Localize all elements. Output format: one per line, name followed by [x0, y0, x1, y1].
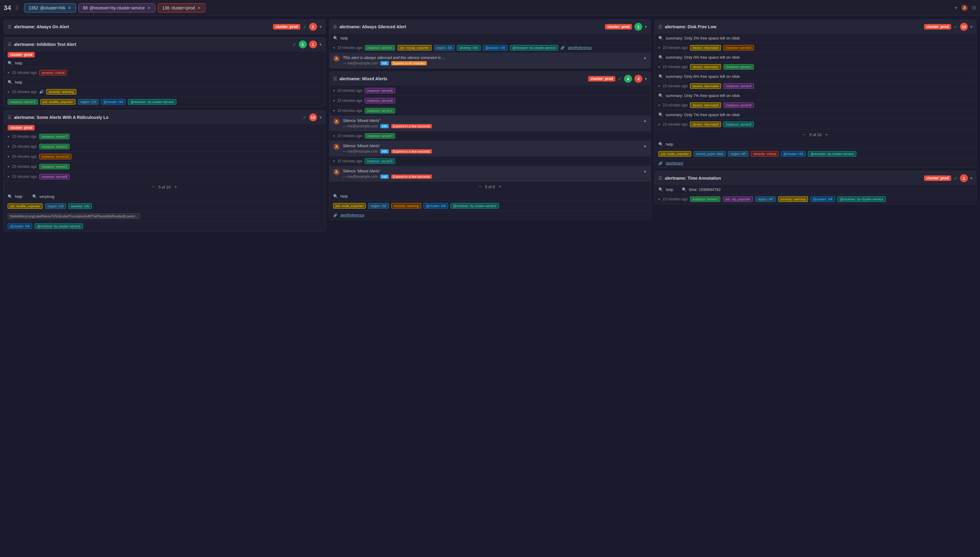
bell-slash-icon[interactable]: 🔕 — [961, 5, 968, 11]
chevron-time[interactable]: ▾ — [970, 176, 972, 181]
magnify-some-2[interactable]: 🔍 — [32, 194, 37, 199]
silence-bell-m3: 🔕 — [333, 169, 340, 176]
magnify-silenced[interactable]: 🔍 — [333, 36, 338, 41]
page-next-some[interactable]: + — [174, 184, 177, 190]
page-next-mixed[interactable]: + — [499, 184, 501, 189]
silence-user-m1: — me@example.com — [343, 124, 378, 128]
tag-job-textfile: job: textfile_exporter — [41, 99, 75, 104]
magnify-some-1[interactable]: 🔍 — [8, 194, 13, 199]
chevron-always-on[interactable]: ▾ — [320, 24, 322, 29]
check-icon-inhibition[interactable]: ✓ — [293, 42, 296, 47]
check-mixed[interactable]: ✓ — [618, 76, 622, 82]
group-some-alerts: ☰ alertname: Some Alerts With A Ridiculo… — [4, 110, 325, 231]
check-icon[interactable]: ✓ — [303, 24, 307, 30]
magnify-disk-help[interactable]: 🔍 — [658, 142, 663, 147]
arrow-d1: ▾ — [658, 46, 660, 50]
group-inhibition-title: alertname: Inhibition Test Alert — [14, 42, 290, 47]
tab-receiver[interactable]: 88 @receiver=by-cluster-service ✕ — [78, 3, 155, 13]
hamburger-silenced[interactable]: ☰ — [333, 24, 337, 29]
count-mixed-4r: 4 — [634, 75, 642, 83]
alert-row-silenced-server1: ▾ 23 minutes ago instance: server1 job: … — [330, 43, 651, 53]
hamburger-time[interactable]: ☰ — [658, 176, 662, 181]
column-2: ☰ alertname: Always Silenced Alert clust… — [329, 20, 651, 553]
group-time-header: ☰ alertname: Time Annotation cluster: pr… — [655, 171, 976, 185]
search-row-time: 🔍 help 🔍 time: 1599594762 — [655, 185, 976, 194]
settings-icon[interactable]: ⚙ — [972, 5, 976, 11]
time-critical: 23 minutes ago — [12, 70, 37, 75]
alert-row-server7: ▾ 23 minutes ago instance: server7 — [4, 132, 325, 142]
magnify-mixed[interactable]: 🔍 — [333, 194, 338, 199]
tags-row-some-2: @cluster: HA @receiver: by-cluster-servi… — [4, 221, 325, 231]
expand-m3[interactable]: ▲ — [643, 169, 647, 173]
expand-m1[interactable]: ▲ — [643, 118, 647, 123]
hamburger-icon[interactable]: ☰ — [8, 24, 11, 29]
search-help-silenced: help — [340, 36, 348, 41]
column-3: ☰ alertname: Disk Free Low cluster: prod… — [655, 20, 976, 553]
hamburger-icon-2[interactable]: ☰ — [8, 42, 11, 47]
magnify-d2[interactable]: 🔍 — [658, 55, 663, 60]
dots-icon[interactable]: ⠿ — [15, 5, 19, 11]
chevron-disk[interactable]: ▾ — [970, 24, 972, 29]
search-label-help: help — [15, 61, 23, 65]
tag-cluster-ha-disk: @cluster: HA — [781, 151, 806, 156]
tag-mixed-s6: instance: server6 — [365, 88, 395, 93]
expand-m2[interactable]: ▲ — [643, 143, 647, 148]
page-prev-mixed[interactable]: − — [478, 184, 481, 189]
magnify-time-1[interactable]: 🔍 — [658, 187, 663, 192]
tags-row-some: job: textfile_exporter region: CN severi… — [4, 201, 325, 211]
pagination-some: − 5 of 10 + — [4, 182, 325, 192]
page-next-disk[interactable]: + — [825, 132, 828, 137]
check-disk[interactable]: ✓ — [954, 24, 957, 30]
dropdown-icon[interactable]: ▾ — [955, 5, 957, 11]
tag-job-tf-some: job: textfile_exporter — [8, 204, 42, 209]
magnify-time-2[interactable]: 🔍 — [682, 187, 687, 192]
arrow-m1: ▾ — [333, 89, 335, 93]
tab-prod-close[interactable]: ✕ — [197, 5, 201, 10]
chevron-some[interactable]: ▾ — [320, 115, 322, 120]
time-s10: 23 minutes ago — [12, 155, 37, 159]
magnify-d4[interactable]: 🔍 — [658, 93, 663, 98]
summary-row-3: 🔍 summary: Only 8% free space left on /d… — [655, 72, 976, 81]
time-d2: 23 minutes ago — [663, 65, 687, 69]
link-alertref-silenced[interactable]: alertReference — [568, 46, 592, 50]
page-prev-disk[interactable]: − — [803, 132, 806, 137]
tab-prod-label: cluster=prod — [171, 5, 195, 10]
tab-ha[interactable]: 1352 @cluster=HA ✕ — [24, 3, 76, 13]
cluster-badge-some: cluster: prod — [8, 125, 35, 130]
magnify-d3[interactable]: 🔍 — [658, 74, 663, 79]
link-dashboard[interactable]: dashboard — [666, 161, 683, 165]
page-prev-some[interactable]: − — [152, 184, 155, 190]
check-icon-some[interactable]: ✓ — [303, 115, 307, 121]
hamburger-mixed[interactable]: ☰ — [333, 76, 337, 81]
magnify-d1[interactable]: 🔍 — [658, 36, 663, 41]
check-time[interactable]: ✓ — [954, 176, 957, 181]
magnify-d5[interactable]: 🔍 — [658, 112, 663, 117]
time-d3: 23 minutes ago — [663, 84, 687, 88]
group-always-on-title: alertname: Always On Alert — [14, 24, 271, 29]
hamburger-disk[interactable]: ☰ — [658, 24, 662, 29]
chevron-mixed[interactable]: ▾ — [645, 76, 647, 81]
silence-text-m1: Silence 'Mixed Alerts'' — [343, 118, 640, 123]
hamburger-icon-3[interactable]: ☰ — [8, 115, 11, 120]
search-time-val: time: 1599594762 — [689, 187, 721, 192]
group-time-title: alertname: Time Annotation — [665, 176, 921, 181]
tag-cluster-ha-mixed: @cluster: HA — [423, 203, 448, 208]
tab-ha-close[interactable]: ✕ — [68, 5, 72, 10]
link-alertref-mixed[interactable]: alertReference — [340, 213, 364, 217]
arrow-time: ▾ — [658, 197, 660, 201]
count-mixed-4g: 4 — [624, 75, 632, 83]
tab-receiver-close[interactable]: ✕ — [147, 5, 151, 10]
tag-silenced-severity: severity: info — [457, 45, 481, 50]
magnify-icon-2[interactable]: 🔍 — [8, 80, 13, 85]
group-silenced-title: alertname: Always Silenced Alert — [340, 24, 603, 29]
chevron-silenced[interactable]: ▾ — [645, 24, 647, 29]
chevron-inhibition[interactable]: ▾ — [320, 42, 322, 47]
tag-cluster-ha-some: @cluster: HA — [8, 223, 32, 229]
summary-text-3: summary: Only 8% free space left on /dis… — [666, 74, 739, 79]
expand-icon-always[interactable]: ▲ — [643, 55, 647, 60]
alert-disk-s9: ▾ 23 minutes ago device: /dev/sda9 insta… — [655, 119, 976, 130]
group-disk-free: ☰ alertname: Disk Free Low cluster: prod… — [655, 20, 976, 168]
magnify-icon[interactable]: 🔍 — [8, 61, 13, 65]
tab-prod[interactable]: 136 cluster=prod ✕ — [158, 3, 205, 13]
tag-severity-warning-mixed: severity: warning — [391, 203, 421, 208]
